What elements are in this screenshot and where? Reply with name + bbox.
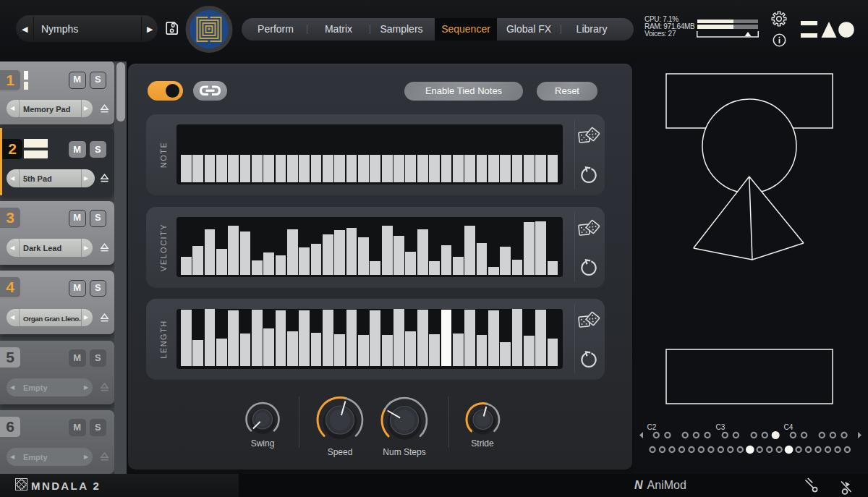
svg-text:C3: C3: [716, 423, 726, 431]
svg-text:C2: C2: [647, 423, 657, 431]
svg-text:C4: C4: [784, 423, 793, 431]
